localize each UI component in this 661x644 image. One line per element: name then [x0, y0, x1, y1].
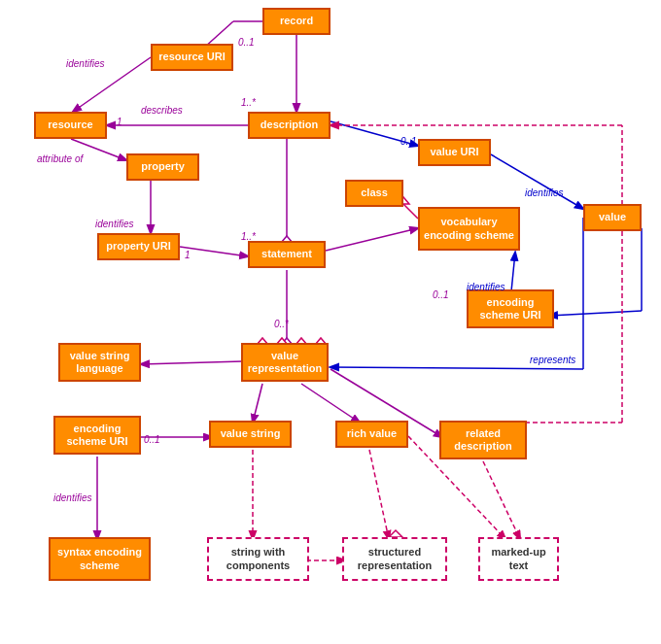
encoding-scheme-uri-bot-box: encoding scheme URI [53, 416, 141, 455]
zero-one-label-2: 0..1 [400, 136, 417, 147]
identifies-label-3: identifies [525, 187, 563, 198]
value-uri-box: value URI [418, 139, 491, 166]
svg-line-21 [253, 384, 262, 423]
one-label-2: 1 [185, 250, 191, 260]
rich-value-box: rich value [335, 421, 408, 448]
syntax-encoding-box: syntax encoding scheme [49, 537, 151, 581]
one-star-label-2: 1..* [241, 231, 256, 242]
svg-line-11 [491, 154, 583, 209]
value-string-lang-box: value string language [58, 343, 141, 382]
resource-box: resource [34, 112, 107, 139]
svg-line-22 [301, 384, 360, 423]
property-box: property [126, 153, 199, 181]
class-box: class [345, 180, 403, 207]
resource-uri-box: resource URI [151, 44, 233, 71]
description-box: description [248, 112, 330, 139]
identifies-label-4: identifies [467, 282, 504, 292]
zero-star-label: 0..* [274, 319, 289, 329]
svg-line-32 [483, 461, 520, 539]
string-with-components-box: string with components [207, 537, 309, 581]
identifies-label-5: identifies [53, 492, 91, 503]
identifies-label-2: identifies [95, 219, 133, 229]
record-box: record [262, 8, 330, 35]
svg-line-20 [141, 361, 243, 364]
svg-line-30 [369, 450, 389, 539]
identifies-label-1: identifies [66, 58, 104, 69]
svg-line-12 [403, 204, 418, 219]
one-star-label: 1..* [241, 97, 256, 108]
marked-up-text-box: marked-up text [478, 537, 559, 581]
describes-label: describes [141, 105, 183, 116]
svg-marker-36 [389, 530, 402, 537]
represents-label: represents [530, 355, 575, 365]
svg-line-14 [326, 228, 418, 251]
value-box: value [583, 204, 642, 231]
encoding-scheme-uri-top-box: encoding scheme URI [467, 289, 554, 328]
svg-line-17 [549, 311, 642, 316]
attribute-of-label: attribute of [37, 153, 83, 164]
zero-one-label-3: 0..1 [433, 289, 449, 300]
property-uri-box: property URI [97, 233, 180, 260]
zero-one-label-1: 0..1 [238, 37, 255, 48]
statement-box: statement [248, 241, 326, 268]
related-description-box: related description [439, 421, 527, 459]
svg-line-25 [330, 367, 583, 369]
zero-one-label-4: 0..1 [144, 434, 160, 445]
vocab-encoding-box: vocabulary encoding scheme [418, 207, 520, 251]
value-representation-box: value representation [241, 343, 329, 382]
structured-rep-box: structured representation [342, 537, 447, 581]
value-string-box: value string [209, 421, 292, 448]
one-label-1: 1 [117, 117, 122, 127]
